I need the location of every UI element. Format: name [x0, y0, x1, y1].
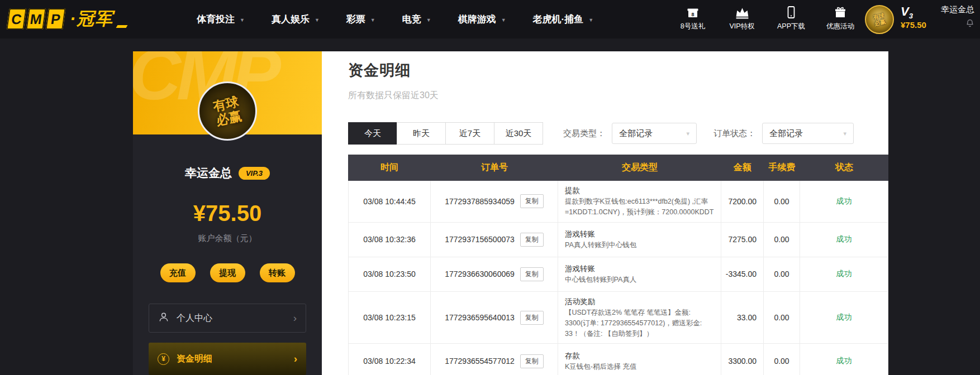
nav-item-sports[interactable]: 体育投注 ▼: [197, 13, 245, 26]
copy-button[interactable]: 复制: [520, 311, 544, 325]
column-header-amount: 金额: [721, 162, 764, 174]
cell-type: 提款 提款到数字K豆钱包:ec6113***dfb2(免提) ,汇率=1KDDT…: [558, 181, 721, 223]
logo-swoosh: [116, 25, 128, 28]
transaction-desc: 中心钱包转账到PA真人: [565, 275, 636, 285]
quick-link-promos[interactable]: 优惠活动: [822, 4, 858, 31]
chevron-down-icon: ▼: [501, 16, 506, 23]
cell-fee: 0.00: [764, 292, 800, 344]
account-balance-label: 账户余额（元）: [133, 233, 322, 244]
copy-button[interactable]: 复制: [520, 194, 544, 208]
cell-amount: 3300.00: [721, 344, 764, 375]
copy-button[interactable]: 复制: [520, 267, 544, 281]
nav-item-board-games[interactable]: 棋牌游戏 ▼: [458, 13, 506, 26]
copy-button[interactable]: 复制: [520, 354, 544, 368]
tab-yesterday[interactable]: 昨天: [397, 122, 446, 145]
column-header-fee: 手续费: [764, 162, 800, 174]
cell-type: 存款 K豆钱包-稍后选择 充值: [558, 344, 721, 375]
filter-label: 交易类型：: [563, 128, 605, 139]
cell-order: 1772936554577012 复制: [431, 344, 558, 375]
sidebar-item-personal-center[interactable]: 个人中心 ›: [149, 304, 306, 333]
copy-button[interactable]: 复制: [520, 233, 544, 247]
site-logo[interactable]: C M P ·冠军: [8, 7, 127, 31]
person-icon: [158, 311, 169, 325]
chevron-down-icon: ▼: [315, 16, 320, 23]
table-row: 03/08 10:44:45 1772937885934059 复制 提款 提款…: [349, 181, 888, 223]
transaction-type-select[interactable]: 全部记录 ▾: [612, 123, 697, 144]
nav-item-slots-fishing[interactable]: 老虎机·捕鱼 ▼: [533, 13, 594, 26]
quick-link-label: 优惠活动: [826, 22, 854, 31]
deposit-button[interactable]: 充值: [160, 263, 196, 282]
gift-8-icon: 8: [686, 4, 700, 19]
nav-item-live-casino[interactable]: 真人娱乐 ▼: [272, 13, 320, 26]
quick-link-app[interactable]: APP下载: [773, 4, 809, 31]
quick-link-label: 8号送礼: [681, 22, 705, 31]
cell-fee: 0.00: [764, 223, 800, 257]
table-row: 03/08 10:22:34 1772936554577012 复制 存款 K豆…: [349, 344, 888, 375]
status-badge: 成功: [800, 257, 888, 292]
profile-avatar[interactable]: 有球必赢: [198, 81, 257, 141]
top-navigation-bar: C M P ·冠军 体育投注 ▼ 真人娱乐 ▼ 彩票 ▼ 电竞 ▼ 棋牌游戏 ▼…: [0, 0, 980, 39]
transaction-type: 提款: [565, 185, 580, 196]
tab-7days[interactable]: 近7天: [445, 122, 494, 145]
tab-today[interactable]: 今天: [348, 122, 397, 145]
logo-letter: C: [6, 8, 26, 30]
sidebar-item-fund-details[interactable]: ¥ 资金明细 ›: [149, 343, 306, 375]
header-username[interactable]: 幸运金总: [941, 4, 974, 15]
header-balance: ¥75.50: [901, 20, 926, 30]
tab-30days[interactable]: 近30天: [494, 122, 543, 145]
status-badge: 成功: [800, 181, 888, 223]
table-row: 03/08 10:23:15 1772936595640013 复制 活动奖励 …: [349, 292, 888, 344]
chevron-down-icon: ▼: [370, 16, 375, 23]
order-number: 1772936595640013: [445, 313, 515, 322]
cell-time: 03/08 10:32:36: [349, 223, 431, 257]
nav-item-label: 彩票: [346, 13, 365, 26]
nav-item-lottery[interactable]: 彩票 ▼: [346, 13, 375, 26]
transaction-type: 游戏转账: [565, 229, 595, 240]
nav-item-esports[interactable]: 电竞 ▼: [402, 13, 431, 26]
chevron-right-icon: ›: [293, 312, 297, 324]
cell-type: 游戏转账 中心钱包转账到PA真人: [558, 257, 721, 292]
sidebar-item-label: 资金明细: [177, 353, 212, 365]
wallet-actions: 充值 提现 转账: [133, 263, 322, 282]
quick-link-gift8[interactable]: 8 8号送礼: [675, 4, 711, 31]
filter-label: 订单状态：: [713, 128, 755, 139]
quick-link-vip[interactable]: VIP特权: [724, 4, 760, 31]
chevron-down-icon: ▼: [426, 16, 431, 23]
cell-order: 1772936630060069 复制: [431, 257, 558, 292]
phone-icon: [784, 4, 798, 19]
yen-circle-icon: ¥: [158, 353, 169, 365]
transactions-table: 时间 订单号 交易类型 金额 手续费 状态 03/08 10:44:45 177…: [348, 155, 888, 375]
chevron-down-icon: ▾: [686, 130, 689, 137]
nav-item-label: 老虎机·捕鱼: [533, 13, 584, 26]
cell-time: 03/08 10:44:45: [349, 181, 431, 223]
transfer-button[interactable]: 转账: [260, 263, 295, 282]
avatar-art: 有球必赢: [207, 93, 248, 129]
order-status-select[interactable]: 全部记录 ▾: [762, 123, 854, 144]
bell-icon[interactable]: [965, 18, 974, 30]
user-avatar[interactable]: 有球必赢: [865, 5, 894, 34]
fund-details-panel: 资金明细 所有数据只保留近30天 今天 昨天 近7天 近30天 交易类型： 全部…: [322, 51, 888, 375]
avatar-art: 有球必赢: [871, 12, 888, 27]
column-header-type: 交易类型: [558, 162, 721, 174]
cell-time: 03/08 10:23:15: [349, 292, 431, 344]
column-header-time: 时间: [348, 162, 431, 174]
account-corner: 幸运金总: [941, 4, 974, 30]
page-subtitle: 所有数据只保留近30天: [348, 90, 888, 102]
profile-sidebar: CMP 有球必赢 幸运金总 VIP.3 ¥75.50 账户余额（元） 充值 提现…: [133, 51, 322, 375]
transaction-type: 活动奖励: [565, 296, 595, 307]
withdraw-button[interactable]: 提现: [210, 263, 245, 282]
cell-amount: -3345.00: [721, 257, 764, 292]
table-row: 03/08 10:32:36 1772937156500073 复制 游戏转账 …: [349, 223, 888, 257]
order-number: 1772937885934059: [445, 197, 515, 206]
chevron-down-icon: ▼: [240, 16, 245, 23]
quick-links: 8 8号送礼 VIP特权 APP下载 优惠活动: [675, 4, 858, 31]
column-header-status: 状态: [800, 162, 888, 174]
cell-amount: 33.00: [721, 292, 764, 344]
vip-badge: VIP.3: [239, 167, 270, 180]
cell-order: 1772937885934059 复制: [431, 181, 558, 223]
logo-letter: P: [45, 8, 65, 30]
chevron-down-icon: ▼: [588, 16, 593, 23]
status-badge: 成功: [800, 223, 888, 257]
transaction-desc: 【USDT存款送2% 笔笔存 笔笔送】金额: 3300(订单: 17729365…: [565, 307, 714, 339]
order-number: 1772936630060069: [445, 270, 515, 278]
